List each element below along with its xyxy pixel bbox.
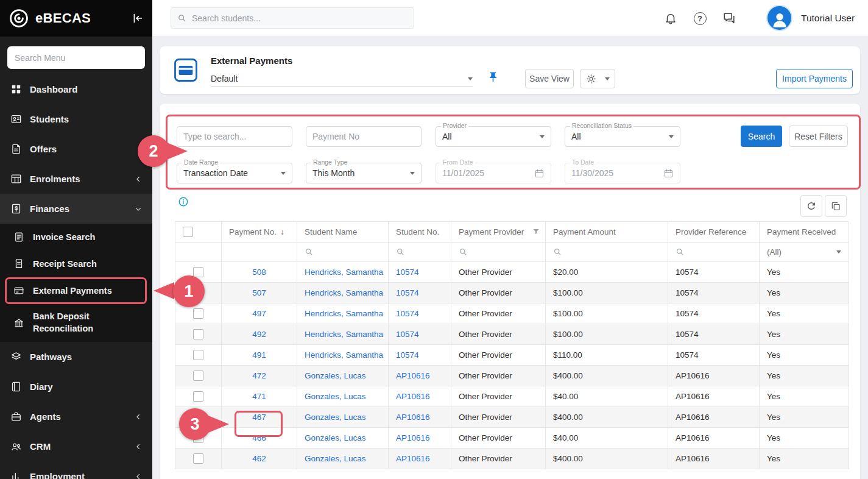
payment-no-link[interactable]: 467 (252, 413, 266, 422)
column-header-provider-reference[interactable]: Provider Reference (668, 222, 760, 243)
from-date-field[interactable]: From Date 11/01/2025 (436, 163, 551, 183)
select-all-checkbox[interactable] (183, 227, 193, 237)
students-search-input[interactable] (192, 13, 408, 23)
student-no-link[interactable]: 10574 (396, 288, 419, 297)
provider-select[interactable]: Provider All (436, 126, 551, 147)
sidebar-item-employment[interactable]: Employment (0, 461, 152, 479)
filter-cell-student-no[interactable] (389, 243, 451, 262)
student-name-link[interactable]: Hendricks, Samantha (305, 288, 383, 297)
date-range-select[interactable]: Date Range Transaction Date (177, 163, 292, 183)
quick-search-input[interactable] (183, 132, 286, 141)
sidebar-item-pathways[interactable]: Pathways (0, 342, 152, 372)
student-name-link[interactable]: Gonzales, Lucas (305, 371, 366, 380)
student-name-link[interactable]: Hendricks, Samantha (305, 330, 383, 339)
chat-icon[interactable] (721, 10, 737, 26)
payment-no-link[interactable]: 471 (252, 392, 266, 401)
payment-no-link[interactable]: 462 (252, 454, 266, 463)
sidebar-item-crm[interactable]: CRM (0, 431, 152, 461)
filter-cell-payment-amount[interactable] (546, 243, 668, 262)
sidebar-item-offers[interactable]: Offers (0, 134, 152, 164)
row-checkbox[interactable] (193, 308, 203, 319)
search-button[interactable]: Search (741, 126, 782, 147)
sidebar-collapse-icon[interactable] (130, 12, 144, 25)
reset-filters-button[interactable]: Reset Filters (789, 126, 848, 147)
payment-no-link[interactable]: 491 (252, 350, 266, 360)
student-no-link[interactable]: AP10616 (396, 413, 430, 422)
student-name-link[interactable]: Gonzales, Lucas (305, 433, 366, 442)
student-no-link[interactable]: 10574 (396, 330, 419, 339)
row-checkbox[interactable] (193, 267, 203, 277)
calendar-icon[interactable] (663, 168, 674, 179)
help-icon[interactable]: ? (692, 10, 708, 26)
sidebar-item-finances[interactable]: Finances (0, 194, 152, 224)
refresh-button[interactable] (800, 195, 822, 217)
save-view-button[interactable]: Save View (525, 69, 574, 88)
payment-no-link[interactable]: 472 (252, 371, 266, 380)
info-icon[interactable] (178, 196, 189, 207)
student-name-link[interactable]: Hendricks, Samantha (305, 268, 383, 277)
user-avatar[interactable] (766, 5, 792, 31)
student-no-link[interactable]: AP10616 (396, 454, 430, 463)
payment-no-input[interactable] (312, 132, 415, 141)
sidebar-item-invoice-search[interactable]: Invoice Search (0, 224, 152, 250)
range-type-select[interactable]: Range Type This Month (306, 163, 422, 183)
student-no-link[interactable]: 10574 (396, 309, 419, 318)
sidebar-item-students[interactable]: Students (0, 104, 152, 134)
sidebar-item-diary[interactable]: Diary (0, 372, 152, 402)
row-checkbox[interactable] (193, 371, 203, 381)
sidebar-item-dashboard[interactable]: Dashboard (0, 74, 152, 104)
row-checkbox[interactable] (193, 350, 203, 360)
row-checkbox[interactable] (193, 412, 203, 422)
student-no-link[interactable]: AP10616 (396, 392, 430, 401)
sidebar-item-receipt-search[interactable]: Receipt Search (0, 250, 152, 277)
row-checkbox[interactable] (193, 329, 203, 339)
column-header-student-name[interactable]: Student Name (297, 222, 389, 243)
sidebar-item-agents[interactable]: Agents (0, 402, 152, 431)
copy-export-button[interactable] (825, 195, 847, 217)
payment-no-link[interactable]: 466 (252, 433, 266, 442)
sidebar-item-bank-deposit-reconciliation[interactable]: Bank Deposit Reconciliation (0, 304, 152, 342)
sidebar-item-enrolments[interactable]: Enrolments (0, 164, 152, 194)
calendar-icon[interactable] (534, 168, 545, 179)
row-checkbox[interactable] (193, 433, 203, 443)
filter-cell-student-name[interactable] (297, 243, 389, 262)
student-no-link[interactable]: 10574 (396, 350, 419, 360)
student-name-link[interactable]: Hendricks, Samantha (305, 350, 383, 360)
view-settings-button[interactable] (580, 69, 615, 88)
filter-cell-payment-provider[interactable] (451, 243, 546, 262)
view-select[interactable]: Default (211, 71, 473, 87)
students-search-field[interactable] (171, 7, 414, 29)
student-name-link[interactable]: Gonzales, Lucas (305, 413, 366, 422)
pin-view-icon[interactable] (487, 71, 499, 83)
payment-no-link[interactable]: 508 (252, 268, 266, 277)
column-header-payment-no[interactable]: Payment No.↓ (222, 222, 297, 243)
filter-cell-payment-received[interactable]: (All) (760, 243, 849, 262)
student-no-link[interactable]: 10574 (396, 268, 419, 277)
reconciliation-status-select[interactable]: Reconciliation Status All (565, 126, 680, 147)
student-name-link[interactable]: Gonzales, Lucas (305, 392, 366, 401)
student-name-link[interactable]: Hendricks, Samantha (305, 309, 383, 318)
student-no-link[interactable]: AP10616 (396, 371, 430, 380)
row-checkbox[interactable] (193, 288, 203, 298)
filter-cell-provider-reference[interactable] (668, 243, 760, 262)
sidebar-item-external-payments[interactable]: External Payments (0, 277, 152, 304)
menu-search-input[interactable] (7, 46, 145, 69)
filter-cell-payment-no[interactable] (222, 243, 297, 262)
payment-no-field[interactable] (306, 126, 422, 147)
student-name-link[interactable]: Gonzales, Lucas (305, 454, 366, 463)
notifications-bell-icon[interactable] (663, 10, 679, 26)
column-header-payment-amount[interactable]: Payment Amount (546, 222, 668, 243)
row-checkbox[interactable] (193, 391, 203, 402)
payment-no-link[interactable]: 492 (252, 330, 266, 339)
column-header-payment-received[interactable]: Payment Received (760, 222, 849, 243)
to-date-field[interactable]: To Date 11/30/2025 (565, 163, 680, 183)
column-header-payment-provider[interactable]: Payment Provider (451, 222, 546, 243)
student-no-link[interactable]: AP10616 (396, 433, 430, 442)
quick-search-field[interactable] (177, 126, 292, 147)
column-header-student-no[interactable]: Student No. (389, 222, 451, 243)
row-checkbox[interactable] (193, 453, 203, 464)
payment-no-link[interactable]: 497 (252, 309, 266, 318)
import-payments-button[interactable]: Import Payments (776, 69, 853, 88)
payment-no-link[interactable]: 507 (252, 288, 266, 297)
filter-funnel-icon[interactable] (532, 227, 540, 236)
